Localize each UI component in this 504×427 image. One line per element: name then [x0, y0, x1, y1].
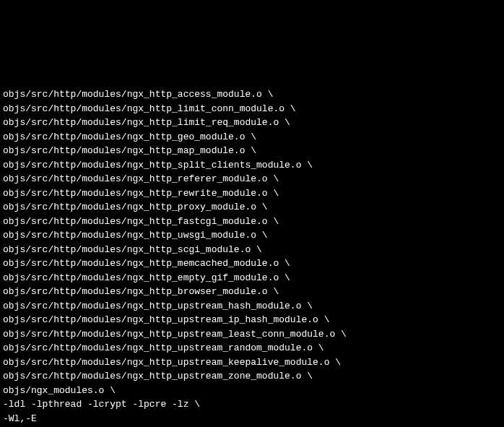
terminal-line: objs/src/http/modules/ngx_http_memcached… [3, 256, 501, 271]
terminal-line: objs/src/http/modules/ngx_http_referer_m… [3, 172, 501, 186]
terminal-output[interactable]: objs/src/http/modules/ngx_http_access_mo… [3, 59, 501, 427]
terminal-line: objs/src/http/modules/ngx_http_upstream_… [3, 369, 501, 384]
terminal-line: objs/src/http/modules/ngx_http_upstream_… [3, 355, 501, 370]
terminal-lines: objs/src/http/modules/ngx_http_access_mo… [3, 87, 501, 427]
terminal-line: objs/src/http/modules/ngx_http_browser_m… [3, 285, 501, 299]
terminal-line: objs/src/http/modules/ngx_http_geo_modul… [3, 130, 501, 145]
terminal-line: objs/src/http/modules/ngx_http_upstream_… [3, 341, 501, 355]
terminal-line: objs/src/http/modules/ngx_http_upstream_… [3, 313, 501, 327]
terminal-line: objs/src/http/modules/ngx_http_rewrite_m… [3, 186, 501, 201]
terminal-line: objs/src/http/modules/ngx_http_upstream_… [3, 299, 501, 314]
terminal-line: objs/src/http/modules/ngx_http_split_cli… [3, 158, 501, 173]
terminal-line: objs/ngx_modules.o \ [3, 384, 501, 398]
terminal-line: -Wl,-E [3, 412, 501, 426]
terminal-line: objs/src/http/modules/ngx_http_upstream_… [3, 327, 501, 342]
terminal-line: objs/src/http/modules/ngx_http_limit_req… [3, 116, 501, 130]
terminal-line: objs/src/http/modules/ngx_http_limit_con… [3, 102, 501, 116]
terminal-line: -ldl -lpthread -lcrypt -lpcre -lz \ [3, 397, 501, 412]
terminal-line: objs/src/http/modules/ngx_http_fastcgi_m… [3, 215, 501, 229]
terminal-line: objs/src/http/modules/ngx_http_uwsgi_mod… [3, 228, 501, 243]
terminal-line: objs/src/http/modules/ngx_http_map_modul… [3, 144, 501, 158]
terminal-line: objs/src/http/modules/ngx_http_empty_gif… [3, 271, 501, 285]
terminal-line: objs/src/http/modules/ngx_http_access_mo… [3, 87, 501, 102]
terminal-line: objs/src/http/modules/ngx_http_proxy_mod… [3, 200, 501, 215]
terminal-line: objs/src/http/modules/ngx_http_scgi_modu… [3, 243, 501, 257]
